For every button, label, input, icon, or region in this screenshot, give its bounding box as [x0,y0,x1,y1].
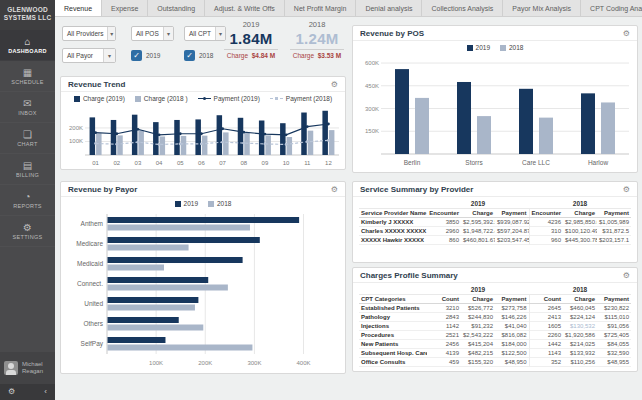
table-cell: $100,120.49 [563,227,597,236]
tab-net-profit-margin[interactable]: Net Profit Margin [285,0,357,16]
legend-line-icon [270,96,283,101]
year-2018-checkbox[interactable]: ✓ 2018 [184,50,213,61]
gear-icon[interactable]: ⚙ [623,182,630,197]
tab-revenue[interactable]: Revenue [55,0,102,16]
table-cell: Injections [359,322,427,331]
table-cell: 1442 [529,340,563,349]
table-cell: 459 [427,358,461,367]
legend-label: 2019 [184,200,198,207]
table-cell: Charles XXXXX XXXXX [359,227,427,236]
sidebar-item-reports[interactable]: ◔REPORTS [0,185,55,216]
column-header: Charge [563,209,597,218]
tab-collections-analysis[interactable]: Collections Analysis [422,0,503,16]
sidebar-footer: ⚙ ‹ [0,384,55,400]
footer-gear-icon[interactable]: ⚙ [8,384,15,400]
table-cell: $460,801.67 [461,236,495,245]
svg-text:Harlow: Harlow [588,159,609,166]
table-cell: $482,215 [461,349,495,358]
checkbox-check-icon: ✓ [131,50,142,61]
sidebar-item-schedule[interactable]: ▦SCHEDULE [0,61,55,92]
svg-text:12: 12 [325,160,332,166]
providers-select[interactable]: All Providers ▾ [62,26,116,41]
table-cell: $273,758 [495,304,529,313]
svg-text:Others: Others [83,320,103,327]
column-header: Count [427,295,461,304]
svg-text:01: 01 [92,160,99,166]
year-2019-checkbox[interactable]: ✓ 2019 [131,50,160,61]
gear-icon[interactable]: ⚙ [623,26,630,41]
svg-text:150K: 150K [365,128,379,134]
payor-select[interactable]: All Payor ▾ [62,48,116,63]
panel-title: Revenue by Payor [68,185,137,194]
sidebar-item-label: SCHEDULE [11,79,43,85]
legend-square-icon [467,45,473,51]
tab-adjust-write-offs[interactable]: Adjust. & Write Offs [205,0,285,16]
sidebar-item-billing[interactable]: ▤BILLING [0,154,55,185]
table-cell: $155,320 [461,358,495,367]
table-cell: $725,405 [597,331,631,340]
tab-expense[interactable]: Expense [102,0,148,16]
svg-text:600K: 600K [365,60,379,66]
pie-chart-icon: ◔ [24,191,30,202]
svg-text:Medicare: Medicare [76,240,103,247]
gear-icon[interactable]: ⚙ [623,268,630,283]
sidebar-item-label: INBOX [18,110,37,116]
table-cell: 4236 [529,218,563,227]
svg-text:Storrs: Storrs [465,159,483,166]
sidebar-nav: ⌂DASHBOARD▦SCHEDULE✉INBOX❏CHART▤BILLING◔… [0,30,55,247]
sidebar-item-chart[interactable]: ❏CHART [0,123,55,154]
user-profile[interactable]: Michael Reagan [0,352,55,384]
table-cell: $2,543,222 [461,331,495,340]
service-summary-table: 20192018Service Provider NameEncounterCh… [353,199,637,245]
table-cell: $133,932 [563,349,597,358]
revenue-by-payor-legend: 20192018 [61,197,345,210]
table-cell: 2843 [427,313,461,322]
sidebar-item-dashboard[interactable]: ⌂DASHBOARD [0,30,55,61]
tab-outstanding[interactable]: Outstanding [148,0,205,16]
column-header: Charge [563,295,597,304]
table-cell: $203,547.45 [495,236,529,245]
column-header: CPT Categories [359,295,427,304]
table-cell: $445,300.78 [563,236,597,245]
table-cell: $203,157.1 [597,236,631,245]
svg-text:02: 02 [113,160,120,166]
svg-text:300K: 300K [365,106,379,112]
gear-icon[interactable]: ⚙ [331,77,338,92]
legend-item: Charge (2018 ) [135,95,188,102]
legend-item: Payment (2019) [198,95,260,102]
sidebar-item-inbox[interactable]: ✉INBOX [0,92,55,123]
table-cell: 1142 [427,322,461,331]
table-row: Pathology2843$244,830$146,2262413$224,12… [359,313,631,322]
cpt-select[interactable]: All CPT ▾ [184,26,226,41]
table-cell: 352 [529,358,563,367]
tab-payor-mix-analysis[interactable]: Payor Mix Analysis [503,0,581,16]
panel-title: Charges Profile Summary [360,271,458,280]
kpi-2018: 2018 1.24M Charge $3.53 M [288,20,346,59]
table-cell: 1605 [529,322,563,331]
column-header: Payment [597,209,631,218]
table-cell: XXXXX Hawkir XXXXX [359,236,427,245]
table-cell: New Patients [359,340,427,349]
revenue-by-pos-chart: 150K300K450K600KBerlinStorrsCare LLCHarl… [353,54,637,172]
tab-denial-analysis[interactable]: Denial analysis [356,0,422,16]
sidebar-item-label: SETTINGS [13,234,43,240]
table-cell: 2645 [529,304,563,313]
svg-text:04: 04 [156,160,163,166]
table-cell: $214,025 [563,340,597,349]
legend-line-icon [198,96,211,101]
legend-label: 2018 [217,200,231,207]
tabs: RevenueExpenseOutstandingAdjust. & Write… [55,0,642,16]
table-cell: $122,500 [495,349,529,358]
checkbox-check-icon: ✓ [184,50,195,61]
home-icon: ⌂ [24,36,30,47]
tab-cpt-coding-analysis[interactable]: CPT Coding Analysis [581,0,642,16]
collapse-sidebar-icon[interactable]: ‹ [44,384,47,400]
gear-icon[interactable]: ⚙ [331,182,338,197]
table-cell: $2,985,850.08 [563,218,597,227]
dashboard-root: GLENWOOD SYSTEMS LLC ⌂DASHBOARD▦SCHEDULE… [0,0,642,400]
table-row: New Patients2456$415,204$184,0001442$214… [359,340,631,349]
pos-select[interactable]: All POS ▾ [131,26,174,41]
column-header: Service Provider Name [359,209,427,218]
sidebar-item-settings[interactable]: ⚙SETTINGS [0,216,55,247]
panel-title: Revenue Trend [68,80,125,89]
